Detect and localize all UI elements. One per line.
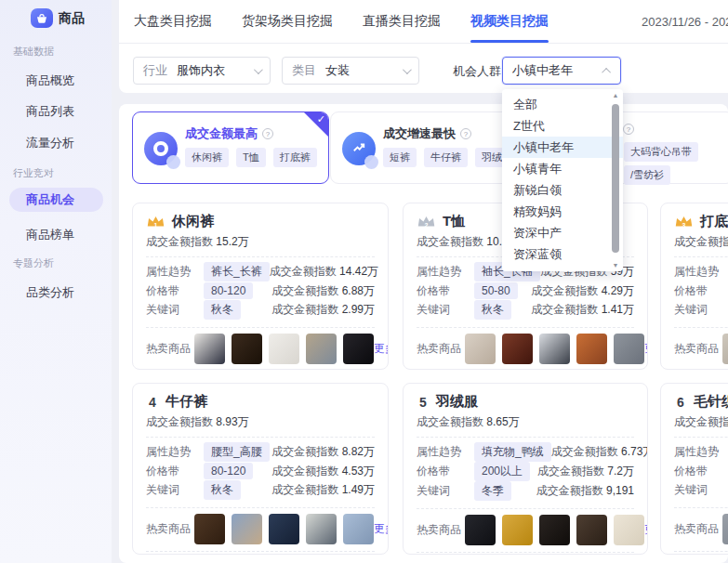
- tab-shelf-category[interactable]: 货架场类目挖掘: [242, 0, 333, 43]
- gmv-index: 成交金额指数 8: [674, 414, 728, 430]
- keyword-row: 关键词 秋冬 成交金额指数 2.99万: [146, 301, 375, 319]
- industry-select[interactable]: 行业 服饰内衣: [133, 57, 271, 85]
- sidebar: 商品 基础数据 商品概览 商品列表 流量分析 行业竞对 商品机会 商品榜单 专题…: [0, 0, 112, 563]
- category-chip: /雪纺衫: [624, 165, 670, 185]
- card-title: 成交增速最快: [383, 125, 456, 142]
- product-thumbnail[interactable]: [614, 334, 644, 364]
- chevron-up-icon: [602, 67, 611, 76]
- category-select[interactable]: 类目 女装: [282, 57, 419, 85]
- price-tag: 80-120: [204, 282, 253, 299]
- disc-icon: [144, 132, 178, 165]
- trend-up-icon: [342, 132, 376, 165]
- audience-select[interactable]: 小镇中老年: [502, 57, 621, 85]
- product-thumbnail[interactable]: [232, 514, 262, 544]
- basket-icon: [31, 8, 53, 28]
- gmv-index: 成交金额指数 8.93万: [146, 414, 375, 430]
- product-card-6: 6 毛针织衫 成交金额指数 8 属性趋势 袖 成交金额指数 价格带 12 成交金…: [660, 383, 728, 555]
- scrollbar-thumb[interactable]: [612, 104, 619, 253]
- sidebar-item-category-analysis[interactable]: 品类分析: [26, 284, 74, 301]
- hot-products-row: 热卖商品 更多: [417, 334, 634, 364]
- attr-tag: 填充物_鸭绒: [474, 442, 551, 462]
- product-thumbnail[interactable]: [502, 515, 533, 545]
- product-thumbnail[interactable]: [232, 334, 262, 364]
- product-thumbnail[interactable]: [539, 515, 570, 545]
- dropdown-option-town-elder[interactable]: 小镇中老年: [502, 137, 623, 158]
- dropdown-option-senior-middleclass[interactable]: 资深中产: [502, 222, 623, 243]
- date-range-picker[interactable]: 2023/11/26 - 2023: [642, 15, 728, 29]
- info-icon[interactable]: ?: [262, 128, 273, 139]
- keyword-row: 关键词 秋冬 成交金额指数 1.49万: [146, 481, 375, 499]
- attr-tag: 裤长_长裤: [204, 262, 270, 282]
- scroll-down-icon[interactable]: ▼: [610, 262, 621, 268]
- product-thumbnail[interactable]: [576, 334, 607, 364]
- check-icon: ✓: [317, 113, 325, 125]
- dropdown-option-senior-bluecollar[interactable]: 资深蓝领: [502, 243, 623, 265]
- section-basic-data: 基础数据: [13, 45, 54, 59]
- crown-rank-icon: 2: [417, 215, 436, 229]
- hot-products-row: 热卖商品 更多: [674, 514, 728, 544]
- sidebar-item-product-overview[interactable]: 商品概览: [26, 72, 74, 89]
- price-band-row: 价格带 200以上 成交金额指数 7.2万: [417, 463, 634, 480]
- dropdown-scrollbar[interactable]: ▲ ▼: [610, 92, 621, 268]
- product-thumbnail[interactable]: [194, 334, 225, 364]
- product-thumbnail[interactable]: [502, 334, 533, 364]
- sidebar-item-product-list[interactable]: 商品列表: [26, 103, 74, 120]
- chevron-down-icon: [403, 65, 412, 74]
- product-thumbnail[interactable]: [539, 334, 570, 364]
- info-icon[interactable]: ?: [460, 128, 471, 139]
- price-band-row: 价格带 80 成交金额指数: [674, 282, 728, 299]
- product-thumbnail[interactable]: [614, 515, 644, 545]
- price-band-row: 价格带 80-120 成交金额指数 4.53万: [146, 463, 375, 479]
- dropdown-option-all[interactable]: 全部: [502, 94, 623, 115]
- product-thumbnail[interactable]: [576, 515, 607, 545]
- product-thumbnail[interactable]: [722, 514, 728, 544]
- more-link[interactable]: 更多: [374, 521, 389, 537]
- more-link[interactable]: 更多: [644, 341, 648, 357]
- tab-market-category[interactable]: 大盘类目挖掘: [134, 0, 212, 43]
- crown-rank-icon: 3: [674, 215, 694, 229]
- dropdown-option-refined-mom[interactable]: 精致妈妈: [502, 201, 623, 222]
- chevron-down-icon: [254, 65, 263, 74]
- product-thumbnail[interactable]: [465, 515, 496, 545]
- more-link[interactable]: 更多: [644, 522, 648, 538]
- dropdown-option-genz[interactable]: Z世代: [502, 115, 623, 137]
- product-thumbnail[interactable]: [343, 514, 374, 544]
- hot-products-row: 热卖商品 更多: [674, 334, 728, 364]
- scroll-up-icon[interactable]: ▲: [610, 92, 621, 98]
- product-thumbnail[interactable]: [306, 514, 337, 544]
- product-thumbnail[interactable]: [306, 334, 337, 364]
- category-chip: T恤: [236, 148, 266, 167]
- attr-trend-row: 属性趋势 裤长_长裤 成交金额指数 14.42万: [146, 263, 375, 281]
- tab-live-category[interactable]: 直播类目挖掘: [363, 0, 441, 43]
- attr-tag: 腰型_高腰: [204, 442, 270, 462]
- highlight-card-growth-fastest[interactable]: 成交增速最快 ? 短裤 牛仔裤 羽绒服: [330, 111, 527, 184]
- attr-trend-row: 属性趋势 腰型_高腰 成交金额指数 8.82万: [146, 443, 375, 461]
- product-thumbnail[interactable]: [269, 514, 299, 544]
- product-card-3: 3 打底裤 成交金额指数 6 属性趋势 遮 成交金额指数 价格带 80 成交金额…: [660, 203, 728, 370]
- product-thumbnail[interactable]: [269, 334, 299, 364]
- dropdown-option-town-youth[interactable]: 小镇青年: [502, 158, 623, 179]
- product-thumbnail[interactable]: [465, 334, 496, 364]
- sidebar-item-product-ranking[interactable]: 商品榜单: [26, 227, 74, 243]
- sidebar-item-product-opportunity[interactable]: 商品机会: [9, 188, 103, 212]
- app-logo: 商品: [31, 8, 85, 28]
- sidebar-item-traffic-analysis[interactable]: 流量分析: [26, 135, 74, 151]
- attr-trend-row: 属性趋势 遮 成交金额指数: [674, 263, 728, 281]
- product-thumbnail[interactable]: [194, 514, 225, 544]
- product-name: 牛仔裤: [165, 393, 207, 411]
- category-chip: 大码背心吊带: [624, 142, 698, 162]
- section-topic-analysis: 专题分析: [13, 256, 54, 270]
- audience-label: 机会人群: [453, 63, 501, 80]
- keyword-row: 关键词 秋 成交金额指数: [674, 301, 728, 319]
- tab-video-category[interactable]: 视频类目挖掘: [470, 0, 549, 43]
- dropdown-option-new-white-collar[interactable]: 新锐白领: [502, 179, 623, 201]
- price-tag: 200以上: [474, 462, 530, 481]
- info-icon[interactable]: ?: [623, 124, 634, 135]
- content-panel: ✓ 成交金额最高 ? 休闲裤 T恤 打底裤 成交增速最快 ? 短裤 牛: [119, 104, 728, 563]
- product-thumbnail[interactable]: [343, 334, 374, 364]
- product-thumbnail[interactable]: [722, 334, 728, 364]
- price-band-row: 价格带 12 成交金额指数: [674, 463, 728, 479]
- more-link[interactable]: 更多: [374, 341, 389, 357]
- highlight-card-gmv-highest[interactable]: ✓ 成交金额最高 ? 休闲裤 T恤 打底裤: [132, 111, 329, 184]
- category-chip: 牛仔裤: [424, 148, 468, 167]
